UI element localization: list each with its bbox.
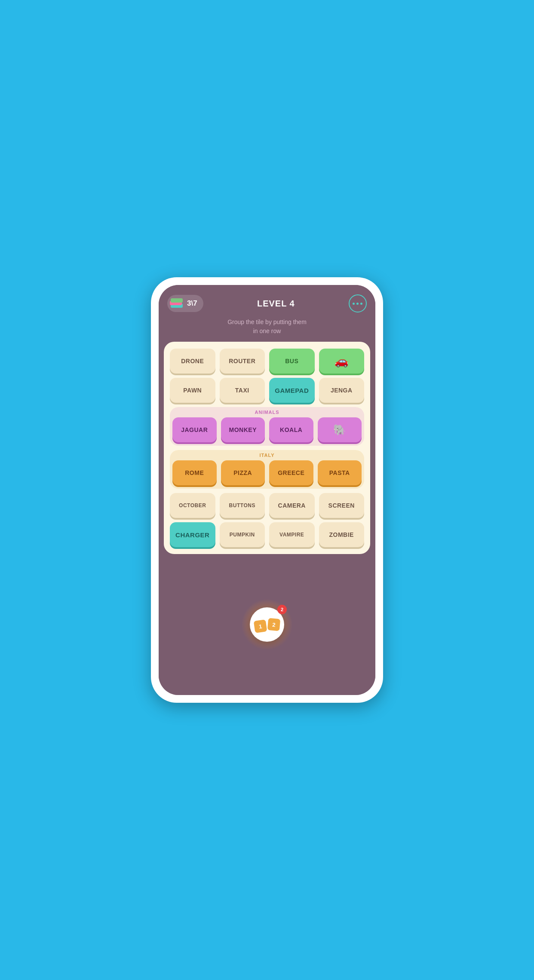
phone-inner: 3\7 LEVEL 4 Group the tile by putting th… xyxy=(159,285,375,695)
animals-group: ANIMALS JAGUAR MONKEY KOALA 🐘 xyxy=(170,407,364,446)
instruction-text: Group the tile by putting them in one ro… xyxy=(227,318,307,336)
tile-monkey[interactable]: MONKEY xyxy=(221,417,265,442)
hint-tile-1: 1 xyxy=(254,619,267,633)
hint-count-badge: 2 xyxy=(277,605,287,614)
layer-top-icon xyxy=(171,298,183,303)
tile-buttons[interactable]: BUTTONS xyxy=(220,493,265,518)
score-text: 3\7 xyxy=(187,299,197,308)
tile-pumpkin[interactable]: PUMPKIN xyxy=(220,522,265,547)
tile-screen[interactable]: SCREEN xyxy=(319,493,365,518)
tile-elephant[interactable]: 🐘 xyxy=(318,417,362,442)
tile-taxi[interactable]: TAXI xyxy=(220,378,265,403)
animals-label: ANIMALS xyxy=(172,410,362,415)
tile-gamepad[interactable]: GAMEPAD xyxy=(269,378,315,403)
tile-row-6: CHARGER PUMPKIN VAMPIRE ZOMBIE xyxy=(170,522,364,547)
hint-tiles-icon: 1 2 xyxy=(254,619,280,631)
tile-vampire[interactable]: VAMPIRE xyxy=(269,522,315,547)
layers-icon xyxy=(170,297,184,309)
tile-october[interactable]: OCTOBER xyxy=(170,493,215,518)
tile-camera[interactable]: CAMERA xyxy=(269,493,315,518)
tile-row-1: DRONE ROUTER BUS 🚗 xyxy=(170,349,364,374)
tile-drone[interactable]: DRONE xyxy=(170,349,215,374)
tile-bus[interactable]: BUS xyxy=(269,349,315,374)
tile-koala[interactable]: KOALA xyxy=(269,417,313,442)
tile-pizza[interactable]: PIZZA xyxy=(221,460,265,485)
tile-jenga[interactable]: JENGA xyxy=(319,378,365,403)
score-badge: 3\7 xyxy=(167,295,203,312)
bottom-area: 1 2 2 xyxy=(159,554,375,695)
header: 3\7 LEVEL 4 Group the tile by putting th… xyxy=(159,285,375,342)
hint-button[interactable]: 1 2 2 xyxy=(250,607,284,642)
tile-router[interactable]: ROUTER xyxy=(220,349,265,374)
tile-row-2: PAWN TAXI GAMEPAD JENGA xyxy=(170,378,364,403)
italy-group: ITALY ROME PIZZA GREECE PASTA xyxy=(170,450,364,489)
three-dots-icon xyxy=(353,303,362,305)
tile-row-5: OCTOBER BUTTONS CAMERA SCREEN xyxy=(170,493,364,518)
tile-charger[interactable]: CHARGER xyxy=(170,522,215,547)
italy-tile-row: ROME PIZZA GREECE PASTA xyxy=(172,460,362,485)
game-board: DRONE ROUTER BUS 🚗 PAWN TAXI GAMEPAD JEN… xyxy=(164,342,370,554)
tile-pasta[interactable]: PASTA xyxy=(318,460,362,485)
animals-tile-row: JAGUAR MONKEY KOALA 🐘 xyxy=(172,417,362,442)
hint-tile-2: 2 xyxy=(267,618,280,631)
italy-label: ITALY xyxy=(172,453,362,458)
tile-pawn[interactable]: PAWN xyxy=(170,378,215,403)
phone-shell: 3\7 LEVEL 4 Group the tile by putting th… xyxy=(151,277,383,703)
tile-rome[interactable]: ROME xyxy=(172,460,217,485)
tile-zombie[interactable]: ZOMBIE xyxy=(319,522,365,547)
level-title: LEVEL 4 xyxy=(257,299,295,309)
tile-jaguar[interactable]: JAGUAR xyxy=(172,417,217,442)
header-row: 3\7 LEVEL 4 xyxy=(167,294,367,312)
tile-car[interactable]: 🚗 xyxy=(319,349,365,374)
menu-button[interactable] xyxy=(349,294,367,312)
tile-greece[interactable]: GREECE xyxy=(269,460,313,485)
